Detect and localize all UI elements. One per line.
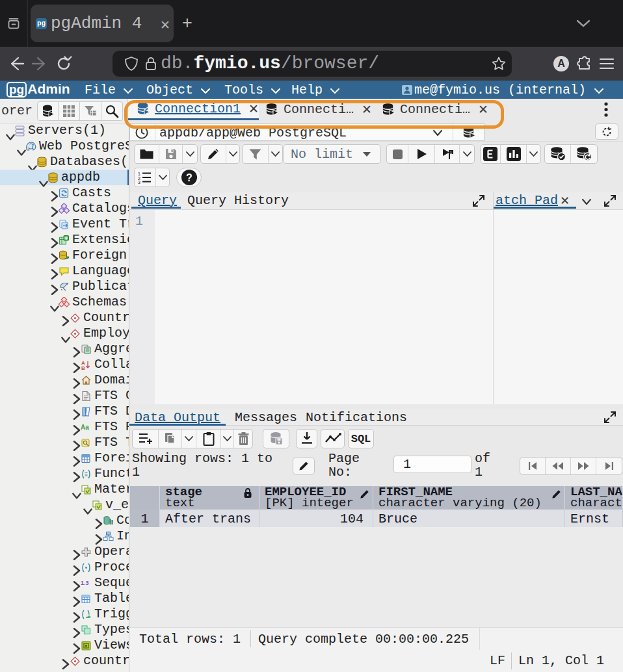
svg-text:?: ? [186,172,192,183]
svg-text:1: 1 [138,172,140,176]
svg-text:B: B [81,365,85,370]
svg-text:1.3: 1.3 [81,580,89,586]
svg-text:Aa: Aa [81,424,89,431]
svg-text:3: 3 [138,180,140,184]
